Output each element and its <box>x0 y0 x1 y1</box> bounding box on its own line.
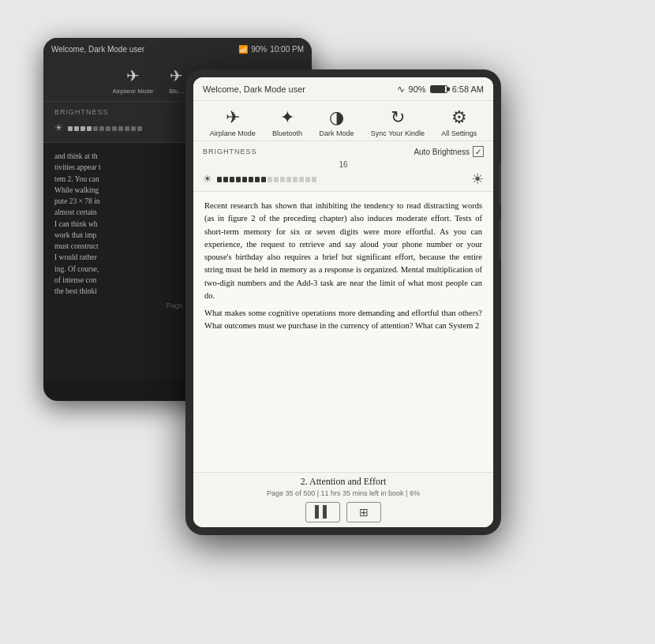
front-brightness-value: 16 <box>203 160 484 169</box>
back-time: 10:00 PM <box>270 45 304 54</box>
back-status-right: 📶 90% 10:00 PM <box>238 45 304 54</box>
front-quick-actions: ✈ Airplane Mode ✦ Bluetooth ◑ Dark Mode … <box>193 101 493 141</box>
front-bluetooth-action[interactable]: ✦ Bluetooth <box>272 107 302 137</box>
back-bluetooth-icon: ✈ <box>170 66 183 85</box>
front-airplane-icon: ✈ <box>226 107 240 128</box>
front-darkmode-icon: ◑ <box>329 107 344 128</box>
auto-brightness-label: Auto Brightness <box>414 148 470 156</box>
kindle-front: Welcome, Dark Mode user ∿ 90% 6:58 AM ✈ … <box>185 69 501 535</box>
front-status-bar: Welcome, Dark Mode user ∿ 90% 6:58 AM <box>193 77 493 101</box>
front-bluetooth-label: Bluetooth <box>272 129 302 137</box>
front-sync-icon: ↻ <box>391 107 405 128</box>
front-battery-icon <box>430 85 447 93</box>
front-battery-pct: 90% <box>409 84 426 94</box>
front-book-footer: 2. Attention and Effort Page 35 of 500 |… <box>193 472 493 527</box>
front-book-progress: Page 35 of 500 | 11 hrs 35 mins left in … <box>200 489 487 497</box>
back-status-bar: Welcome, Dark Mode user 📶 90% 10:00 PM <box>43 38 312 60</box>
front-welcome: Welcome, Dark Mode user <box>203 84 305 94</box>
front-brightness-bar[interactable] <box>217 177 466 182</box>
front-time: 6:58 AM <box>452 84 484 94</box>
back-bluetooth-action[interactable]: ✈ Blu... <box>169 66 183 95</box>
front-sync-label: Sync Your Kindle <box>371 129 425 137</box>
front-status-right: ∿ 90% 6:58 AM <box>397 84 484 95</box>
back-brightness-low-icon: ☀ <box>54 122 63 134</box>
front-bluetooth-icon: ✦ <box>280 107 294 128</box>
front-nav-btn-2[interactable]: ⊞ <box>346 502 381 522</box>
front-sync-action[interactable]: ↻ Sync Your Kindle <box>371 107 425 137</box>
front-brightness-label: BRIGHTNESS <box>203 148 257 155</box>
scene: Welcome, Dark Mode user 📶 90% 10:00 PM ✈… <box>28 22 627 622</box>
front-nav-btn-1[interactable]: ▌▌ <box>305 502 340 522</box>
back-wifi-icon: 📶 <box>238 45 248 54</box>
back-airplane-label: Airplane Mode <box>113 88 154 95</box>
auto-brightness-checkbox[interactable]: ✓ <box>473 146 484 157</box>
front-settings-icon: ⚙ <box>451 107 467 128</box>
front-wifi-icon: ∿ <box>397 84 405 95</box>
back-airplane-icon: ✈ <box>126 66 140 85</box>
front-book-text: Recent research has shown that inhibitin… <box>204 200 482 333</box>
front-settings-action[interactable]: ⚙ All Settings <box>441 107 477 137</box>
front-book-content[interactable]: Recent research has shown that inhibitin… <box>193 192 493 472</box>
front-settings-label: All Settings <box>441 129 477 137</box>
kindle-front-inner: Welcome, Dark Mode user ∿ 90% 6:58 AM ✈ … <box>193 77 493 527</box>
front-nav-buttons: ▌▌ ⊞ <box>200 502 487 522</box>
back-welcome: Welcome, Dark Mode user <box>51 45 144 54</box>
front-auto-brightness[interactable]: Auto Brightness ✓ <box>414 146 484 157</box>
back-bluetooth-label: Blu... <box>169 88 183 95</box>
front-airplane-label: Airplane Mode <box>210 129 256 137</box>
front-chapter-title: 2. Attention and Effort <box>200 476 487 488</box>
front-brightness-row: ☀ <box>203 170 484 188</box>
front-brightness-low-icon: ☀ <box>203 173 212 185</box>
front-brightness-section: BRIGHTNESS Auto Brightness ✓ 16 ☀ <box>193 141 493 192</box>
back-battery: 90% <box>251 45 267 54</box>
front-darkmode-action[interactable]: ◑ Dark Mode <box>319 107 354 137</box>
back-airplane-action[interactable]: ✈ Airplane Mode <box>113 66 154 95</box>
front-brightness-header: BRIGHTNESS Auto Brightness ✓ <box>203 146 484 157</box>
front-airplane-action[interactable]: ✈ Airplane Mode <box>210 107 256 137</box>
front-darkmode-label: Dark Mode <box>319 129 354 137</box>
front-brightness-high-icon: ☀ <box>471 170 484 188</box>
